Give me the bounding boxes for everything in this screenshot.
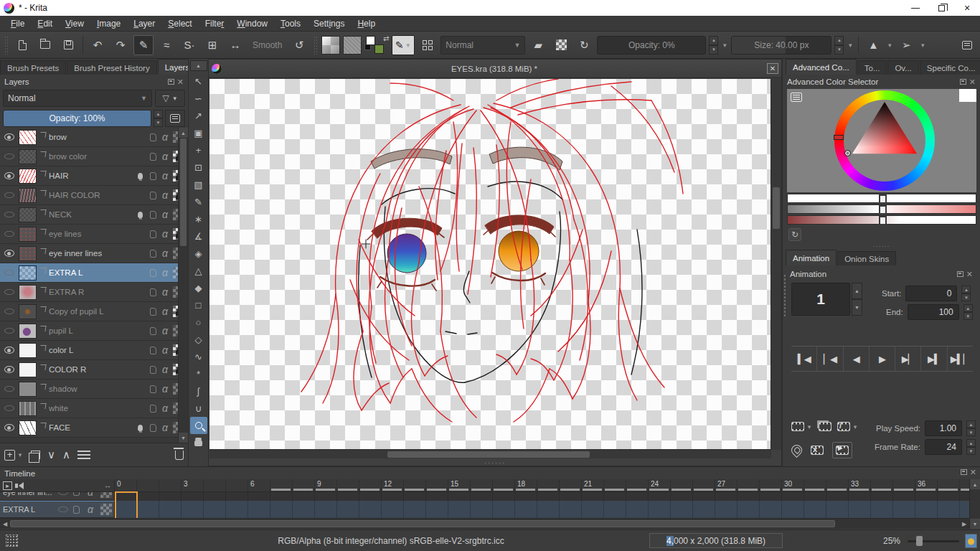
frame-cell-26[interactable]: [693, 492, 715, 501]
frame-cell-17[interactable]: [493, 501, 515, 518]
color-sampler-tool[interactable]: ✎: [190, 193, 207, 210]
ruler-frame-7[interactable]: [270, 479, 293, 491]
magnetic-select-tool[interactable]: ∪: [190, 400, 207, 417]
start-spinner[interactable]: ▲▼: [961, 286, 971, 301]
frame-cell-22[interactable]: [604, 501, 626, 518]
ruler-frame-5[interactable]: [226, 479, 248, 491]
frame-cell-16[interactable]: [471, 501, 493, 518]
frame-cell-19[interactable]: [537, 501, 560, 518]
frame-cell-28[interactable]: [738, 492, 760, 501]
previous-keyframe-button[interactable]: ▏◀: [817, 347, 843, 371]
fill-tool[interactable]: ◈: [190, 245, 207, 262]
layer-lock-icon[interactable]: [150, 424, 156, 432]
menu-layer[interactable]: Layer: [127, 17, 161, 30]
layer-lock-icon[interactable]: [150, 153, 156, 161]
frame-cell-11[interactable]: [359, 492, 382, 501]
duplicate-layer-button[interactable]: [31, 451, 40, 459]
visibility-toggle[interactable]: [0, 153, 19, 160]
minimize-button[interactable]: —: [903, 0, 928, 16]
end-field[interactable]: 100: [908, 304, 959, 320]
layer-lock-icon[interactable]: [150, 308, 156, 316]
swap-colors-icon[interactable]: ⇄: [383, 34, 389, 42]
inherit-alpha-icon[interactable]: α: [162, 189, 168, 201]
frame-cell-3[interactable]: [182, 501, 204, 518]
layer-row[interactable]: HAIR COLORα: [0, 186, 188, 205]
value-bar[interactable]: [787, 215, 976, 225]
ruler-frame-27[interactable]: 27: [715, 479, 738, 491]
frame-cell-7[interactable]: [270, 492, 293, 501]
document-close-button[interactable]: ✕: [767, 63, 778, 74]
tab-animation[interactable]: Animation: [786, 250, 837, 265]
reload-brush-button[interactable]: ↻: [574, 35, 594, 55]
mirror-vertical-caret[interactable]: ▾: [919, 42, 926, 49]
opacity-slider[interactable]: Opacity: 0%: [597, 36, 706, 55]
layer-lock-icon[interactable]: [73, 506, 80, 514]
restore-button[interactable]: [928, 0, 954, 16]
zoom-slider-handle[interactable]: [916, 536, 923, 546]
frame-cell-32[interactable]: [826, 492, 849, 501]
eye-hidden-icon[interactable]: [58, 492, 68, 495]
pattern-swatch[interactable]: [343, 36, 362, 55]
ruler-frame-8[interactable]: [293, 479, 315, 491]
inherit-alpha-icon[interactable]: α: [162, 306, 168, 317]
menu-tools[interactable]: Tools: [274, 17, 307, 30]
canvas-horizontal-scrollbar[interactable]: [209, 449, 771, 458]
frame-cell-10[interactable]: [337, 492, 359, 501]
timeline-row[interactable]: eye inner lin...α: [0, 492, 969, 501]
frame-cell-29[interactable]: [760, 492, 782, 501]
transform-tool[interactable]: ▣: [190, 124, 207, 141]
timeline-row-label[interactable]: eye inner lin...α: [0, 492, 115, 501]
frame-cell-13[interactable]: [404, 501, 426, 518]
float-docker-icon[interactable]: [957, 271, 963, 277]
play-button[interactable]: ▶: [870, 347, 895, 371]
color-history-button[interactable]: ↻: [788, 228, 801, 241]
frame-cell-4[interactable]: [204, 492, 226, 501]
scroll-up-icon[interactable]: ▲: [179, 128, 188, 138]
float-docker-icon[interactable]: [168, 79, 174, 85]
layer-row[interactable]: HAIRα: [0, 166, 188, 186]
layer-properties-button[interactable]: [77, 451, 90, 459]
ruler-frame-12[interactable]: 12: [382, 479, 404, 491]
frame-cell-33[interactable]: [849, 492, 871, 501]
visibility-toggle[interactable]: [0, 269, 19, 276]
frame-cell-3[interactable]: [182, 492, 204, 501]
frame-cell-17[interactable]: [493, 492, 515, 501]
inherit-alpha-icon[interactable]: α: [162, 344, 168, 356]
transform-selection-icon[interactable]: ↔: [225, 35, 245, 55]
float-docker-icon[interactable]: [960, 79, 966, 85]
frame-cell-1[interactable]: [137, 501, 159, 518]
end-spinner[interactable]: ▲▼: [963, 304, 973, 320]
ruler-frame-31[interactable]: [804, 479, 826, 491]
brush-editor-button[interactable]: ✎▾: [392, 35, 415, 55]
frame-cell-22[interactable]: [604, 492, 626, 501]
frame-cell-9[interactable]: [315, 501, 337, 518]
tab-advanced-co-[interactable]: Advanced Co...: [786, 59, 857, 75]
ruler-frame-21[interactable]: 21: [582, 479, 604, 491]
new-document-button[interactable]: [12, 35, 32, 55]
frame-cell-33[interactable]: [849, 501, 871, 518]
timeline-horizontal-scrollbar[interactable]: ◀ ▶: [0, 518, 969, 529]
visibility-toggle[interactable]: [0, 308, 19, 315]
timeline-vertical-scrollbar[interactable]: ▲ ▼: [969, 479, 980, 529]
canvas-viewport[interactable]: [209, 79, 771, 450]
layer-opacity-spinner[interactable]: ▲▼: [154, 110, 163, 127]
canvas-thumbnail-button[interactable]: [965, 534, 977, 548]
delete-keyframe-button[interactable]: /▾: [837, 422, 859, 431]
layer-lock-icon[interactable]: [150, 327, 156, 335]
visibility-toggle[interactable]: [0, 327, 19, 334]
frame-cell-27[interactable]: [715, 501, 738, 518]
layer-row[interactable]: EXTRA Lα: [0, 263, 188, 283]
foreground-color-swatch[interactable]: [366, 36, 375, 45]
frame-cell-37[interactable]: [938, 501, 960, 518]
menu-edit[interactable]: Edit: [31, 17, 59, 30]
frame-cell-10[interactable]: [337, 501, 359, 518]
document-titlebar[interactable]: EYES.kra (318.8 MiB) * ✕: [209, 60, 781, 78]
ruler-frame-28[interactable]: [738, 479, 760, 491]
frame-cell-31[interactable]: [804, 501, 826, 518]
ruler-frame-37[interactable]: [938, 479, 960, 491]
ruler-frame-4[interactable]: [204, 479, 226, 491]
frame-cell-7[interactable]: [270, 501, 293, 518]
ruler-frame-20[interactable]: [560, 479, 582, 491]
edit-shapes-tool[interactable]: ∽: [190, 90, 207, 107]
zoom-slider[interactable]: [908, 540, 959, 542]
